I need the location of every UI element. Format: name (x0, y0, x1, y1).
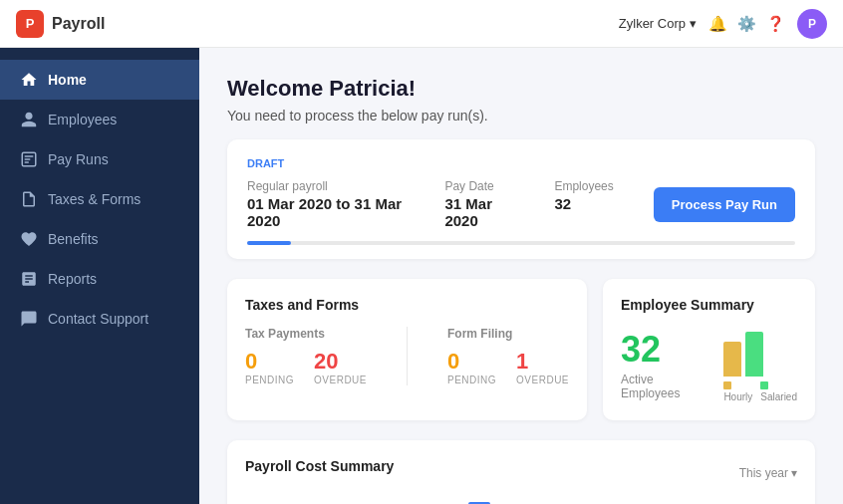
pay-run-row: Regular payroll 01 Mar 2020 to 31 Mar 20… (247, 179, 795, 229)
pay-run-card: DRAFT Regular payroll 01 Mar 2020 to 31 … (227, 139, 815, 259)
form-overdue-label: OVERDUE (516, 375, 569, 385)
tax-payment-numbers: 0 PENDING 20 OVERDUE (245, 349, 367, 385)
sidebar: Home Employees Pay Runs Taxes & Forms Be… (0, 48, 199, 504)
emp-bar-chart: Hourly Salaried (723, 327, 797, 402)
topbar-icons: 🔔 ⚙️ ❓ (708, 15, 785, 33)
tax-overdue-value: 20 (314, 349, 367, 375)
sidebar-item-employees[interactable]: Employees (0, 100, 199, 139)
employee-summary-card: Employee Summary 32 Active Employees Hou… (603, 279, 815, 420)
bell-icon[interactable]: 🔔 (708, 15, 727, 33)
user-avatar[interactable]: P (797, 9, 827, 39)
sidebar-label-benefits: Benefits (48, 231, 99, 247)
form-pending-stat: 0 PENDING (447, 349, 496, 385)
sidebar-item-reports[interactable]: Reports (0, 259, 199, 299)
sidebar-label-taxes: Taxes & Forms (48, 191, 140, 207)
app-name: Payroll (52, 15, 105, 33)
progress-bar (247, 241, 795, 245)
period-label: This year (739, 466, 788, 480)
emp-count-block: 32 Active Employees (621, 329, 684, 400)
salaried-legend: Salaried (760, 380, 797, 402)
logo-icon: P (16, 10, 44, 38)
employees-count: 32 (554, 195, 613, 212)
emp-summary-content: 32 Active Employees Hourly Salaried (621, 327, 797, 402)
sub-text: You need to process the below pay run(s)… (227, 108, 815, 124)
payrun-type-field: Regular payroll 01 Mar 2020 to 31 Mar 20… (247, 179, 405, 229)
reports-icon (20, 270, 38, 288)
topbar: P Payroll Zylker Corp ▾ 🔔 ⚙️ ❓ P (0, 0, 843, 48)
bar-legend: Hourly Salaried (723, 380, 797, 402)
payrun-icon (20, 150, 38, 168)
form-pending-label: PENDING (447, 375, 496, 385)
sidebar-label-payruns: Pay Runs (48, 151, 109, 167)
divider (407, 327, 408, 385)
home-icon (20, 71, 38, 89)
draft-label: DRAFT (247, 157, 795, 169)
chevron-down-icon: ▾ (690, 16, 697, 31)
chevron-down-icon: ▾ (791, 466, 797, 480)
payrun-paydate-field: Pay Date 31 Mar 2020 (444, 179, 514, 229)
form-overdue-value: 1 (516, 349, 569, 375)
payroll-cost-card: Payroll Cost Summary This year ▾ (227, 440, 815, 504)
sidebar-item-support[interactable]: Contact Support (0, 299, 199, 339)
settings-icon[interactable]: ⚙️ (737, 15, 756, 33)
form-pending-value: 0 (447, 349, 496, 375)
tax-overdue-label: OVERDUE (314, 375, 367, 385)
bottom-grid: Taxes and Forms Tax Payments 0 PENDING 2… (227, 279, 815, 420)
taxes-card-title: Taxes and Forms (245, 297, 569, 313)
payrun-type-label: Regular payroll (247, 179, 405, 193)
salaried-bar (745, 332, 763, 377)
company-name: Zylker Corp (619, 16, 686, 31)
tax-pending-label: PENDING (245, 375, 294, 385)
benefits-icon (20, 230, 38, 248)
person-icon (20, 111, 38, 128)
help-icon[interactable]: ❓ (766, 15, 785, 33)
tax-payments-label: Tax Payments (245, 327, 367, 341)
form-filing-section: Form Filing 0 PENDING 1 OVERDUE (447, 327, 569, 385)
process-payrun-button[interactable]: Process Pay Run (654, 187, 795, 222)
tax-pending-value: 0 (245, 349, 294, 375)
period-selector[interactable]: This year ▾ (739, 466, 797, 480)
sidebar-item-benefits[interactable]: Benefits (0, 219, 199, 259)
welcome-title: Welcome Patricia! (227, 76, 815, 102)
hourly-bar (723, 342, 741, 377)
emp-count-value: 32 (621, 329, 684, 371)
tax-overdue-stat: 20 OVERDUE (314, 349, 367, 385)
tax-sections: Tax Payments 0 PENDING 20 OVERDUE (245, 327, 569, 385)
sidebar-item-taxes[interactable]: Taxes & Forms (0, 179, 199, 219)
sidebar-label-home: Home (48, 72, 87, 88)
payroll-header: Payroll Cost Summary This year ▾ (245, 458, 797, 488)
layout: Home Employees Pay Runs Taxes & Forms Be… (0, 48, 843, 504)
payrun-date-range: 01 Mar 2020 to 31 Mar 2020 (247, 195, 405, 229)
salaried-dot (760, 381, 768, 389)
progress-fill (247, 241, 291, 245)
emp-active-label: Active Employees (621, 373, 684, 400)
emp-summary-title: Employee Summary (621, 297, 797, 313)
sidebar-item-home[interactable]: Home (0, 60, 199, 100)
payroll-cost-title: Payroll Cost Summary (245, 458, 394, 474)
company-selector[interactable]: Zylker Corp ▾ (619, 16, 697, 31)
paydate-value: 31 Mar 2020 (444, 195, 514, 229)
sidebar-label-support: Contact Support (48, 311, 148, 327)
hourly-dot (723, 381, 731, 389)
form-filing-numbers: 0 PENDING 1 OVERDUE (447, 349, 569, 385)
support-icon (20, 310, 38, 328)
topbar-right: Zylker Corp ▾ 🔔 ⚙️ ❓ P (619, 9, 827, 39)
tax-payments-section: Tax Payments 0 PENDING 20 OVERDUE (245, 327, 367, 385)
main-content: Welcome Patricia! You need to process th… (199, 48, 843, 504)
sidebar-label-reports: Reports (48, 271, 97, 287)
emp-bars (723, 327, 797, 377)
payrun-employees-field: Employees 32 (554, 179, 613, 212)
taxes-card: Taxes and Forms Tax Payments 0 PENDING 2… (227, 279, 587, 420)
taxes-icon (20, 190, 38, 208)
employees-label: Employees (554, 179, 613, 193)
form-overdue-stat: 1 OVERDUE (516, 349, 569, 385)
form-filing-label: Form Filing (447, 327, 569, 341)
app-logo: P Payroll (16, 10, 105, 38)
tax-pending-stat: 0 PENDING (245, 349, 294, 385)
hourly-legend: Hourly (723, 380, 752, 402)
sidebar-item-payruns[interactable]: Pay Runs (0, 139, 199, 179)
sidebar-label-employees: Employees (48, 112, 117, 127)
paydate-label: Pay Date (444, 179, 514, 193)
